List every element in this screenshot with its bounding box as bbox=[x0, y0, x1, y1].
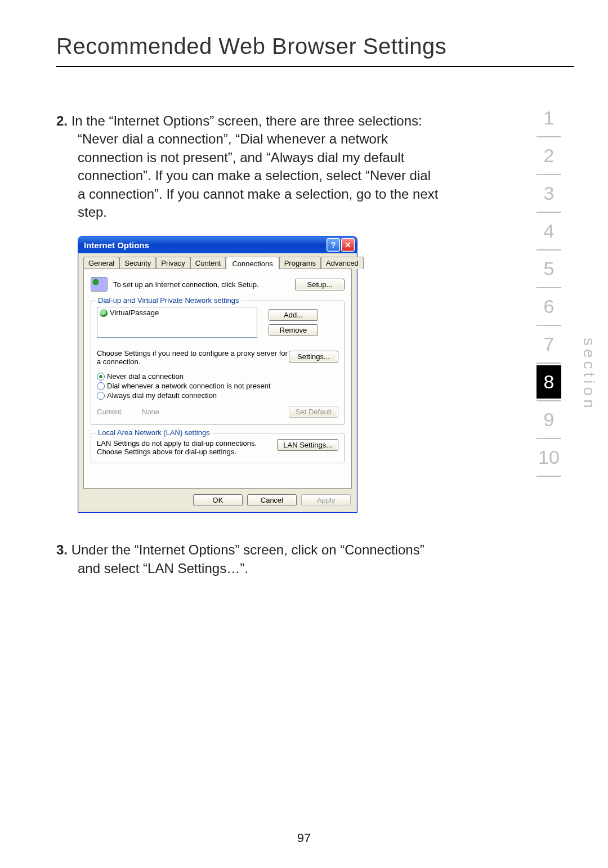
radio-never[interactable]: Never dial a connection bbox=[97, 372, 338, 381]
lan-note: LAN Settings do not apply to dial-up con… bbox=[97, 439, 277, 456]
step-3-text: Under the “Internet Options” screen, cli… bbox=[71, 542, 424, 575]
title-rule bbox=[56, 66, 574, 67]
section-label: section bbox=[580, 338, 598, 411]
tab-privacy[interactable]: Privacy bbox=[156, 257, 190, 269]
nav-8[interactable]: 8 bbox=[537, 365, 561, 399]
radio-whenever[interactable]: Dial whenever a network connection is no… bbox=[97, 381, 338, 391]
section-nav: 1 2 3 4 5 6 7 8 9 10 bbox=[524, 101, 574, 478]
current-label: Current bbox=[97, 408, 142, 416]
proxy-note: Choose Settings if you need to configure… bbox=[97, 349, 289, 366]
step-3-num: 3. bbox=[56, 542, 68, 557]
radio-icon bbox=[97, 392, 105, 400]
page-number: 97 bbox=[0, 831, 608, 845]
dialog-title: Internet Options bbox=[84, 240, 325, 250]
tab-programs[interactable]: Programs bbox=[279, 257, 321, 269]
nav-2[interactable]: 2 bbox=[524, 139, 574, 172]
dialup-legend: Dial-up and Virtual Private Network sett… bbox=[96, 296, 242, 305]
setup-text: To set up an Internet connection, click … bbox=[113, 280, 284, 289]
ok-button[interactable]: OK bbox=[193, 494, 243, 506]
cancel-button[interactable]: Cancel bbox=[247, 494, 297, 506]
nav-5[interactable]: 5 bbox=[524, 252, 574, 285]
step-2-text: In the “Internet Options” screen, there … bbox=[71, 113, 439, 220]
tab-security[interactable]: Security bbox=[119, 257, 156, 269]
lan-legend: Local Area Network (LAN) settings bbox=[96, 428, 212, 437]
radio-always-label: Always dial my default connection bbox=[107, 391, 217, 400]
tab-content[interactable]: Content bbox=[190, 257, 226, 269]
settings-button[interactable]: Settings... bbox=[289, 351, 338, 363]
step-2: 2. In the “Internet Options” screen, the… bbox=[56, 112, 439, 221]
lan-settings-button[interactable]: LAN Settings... bbox=[277, 439, 338, 451]
list-item[interactable]: VirtualPassage bbox=[100, 308, 254, 317]
tab-advanced[interactable]: Advanced bbox=[321, 257, 364, 269]
radio-whenever-label: Dial whenever a network connection is no… bbox=[107, 382, 271, 390]
nav-7[interactable]: 7 bbox=[524, 328, 574, 361]
nav-4[interactable]: 4 bbox=[524, 214, 574, 248]
connection-icon bbox=[91, 277, 108, 292]
step-3: 3. Under the “Internet Options” screen, … bbox=[56, 541, 439, 578]
tab-general[interactable]: General bbox=[83, 257, 119, 269]
nav-1[interactable]: 1 bbox=[524, 101, 574, 135]
nav-6[interactable]: 6 bbox=[524, 290, 574, 323]
radio-icon bbox=[97, 373, 105, 381]
internet-options-dialog: Internet Options ? ✕ General Security Pr… bbox=[78, 236, 357, 513]
tab-connections[interactable]: Connections bbox=[226, 257, 279, 270]
lan-group: Local Area Network (LAN) settings LAN Se… bbox=[91, 433, 345, 463]
dial-radio-group: Never dial a connection Dial whenever a … bbox=[97, 372, 338, 400]
apply-button: Apply bbox=[301, 494, 351, 506]
set-default-button: Set Default bbox=[289, 406, 338, 418]
radio-never-label: Never dial a connection bbox=[107, 372, 184, 381]
radio-always[interactable]: Always dial my default connection bbox=[97, 391, 338, 400]
globe-icon bbox=[100, 309, 108, 317]
list-item-label: VirtualPassage bbox=[110, 308, 159, 317]
radio-icon bbox=[97, 382, 105, 390]
step-2-num: 2. bbox=[56, 113, 68, 128]
nav-10[interactable]: 10 bbox=[524, 441, 574, 474]
connections-pane: To set up an Internet connection, click … bbox=[83, 269, 352, 489]
connections-listbox[interactable]: VirtualPassage bbox=[97, 307, 257, 338]
dialog-titlebar[interactable]: Internet Options ? ✕ bbox=[78, 236, 357, 253]
current-value: None bbox=[142, 408, 289, 416]
remove-button[interactable]: Remove bbox=[269, 324, 318, 336]
nav-9[interactable]: 9 bbox=[524, 403, 574, 436]
help-icon[interactable]: ? bbox=[327, 238, 340, 252]
dialup-group: Dial-up and Virtual Private Network sett… bbox=[91, 301, 345, 425]
nav-3[interactable]: 3 bbox=[524, 177, 574, 210]
setup-button[interactable]: Setup... bbox=[295, 279, 345, 290]
close-icon[interactable]: ✕ bbox=[341, 238, 355, 252]
dialog-footer: OK Cancel Apply bbox=[83, 494, 352, 506]
page-title: Recommended Web Browser Settings bbox=[56, 34, 574, 59]
tab-strip: General Security Privacy Content Connect… bbox=[83, 257, 352, 269]
add-button[interactable]: Add... bbox=[269, 309, 318, 321]
